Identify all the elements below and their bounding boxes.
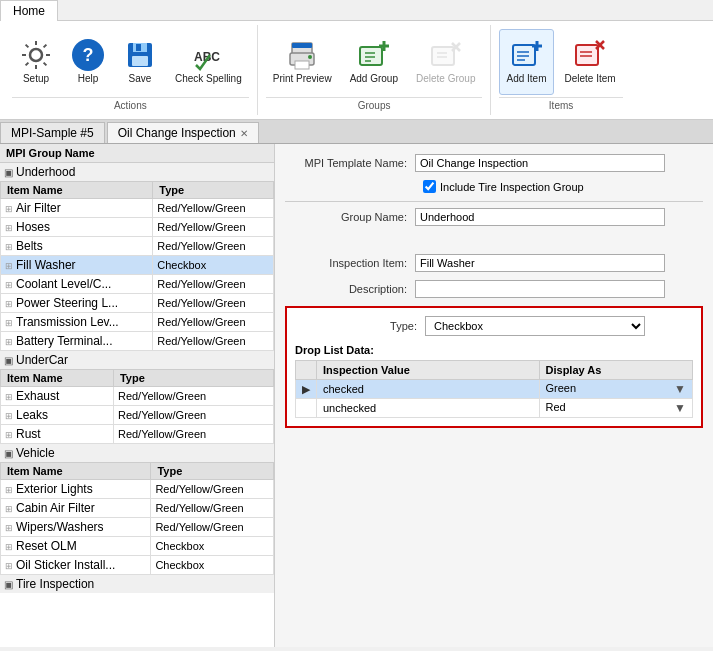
inspection-item-input[interactable] xyxy=(415,254,665,272)
table-row[interactable]: ⊞HosesRed/Yellow/Green xyxy=(1,218,274,237)
include-tire-checkbox[interactable] xyxy=(423,180,436,193)
main-content: MPI Group Name ▣ Underhood Item Name Typ… xyxy=(0,144,713,647)
help-button[interactable]: ? Help xyxy=(64,29,112,95)
template-name-input[interactable] xyxy=(415,154,665,172)
print-preview-button[interactable]: Print Preview xyxy=(266,29,339,95)
delete-group-icon xyxy=(430,39,462,71)
left-panel-header: MPI Group Name xyxy=(0,144,274,163)
svg-point-10 xyxy=(308,55,312,59)
add-group-icon xyxy=(358,39,390,71)
ribbon-group-actions-buttons: Setup ? Help Save ABC Check Spelling xyxy=(12,29,249,95)
table-row[interactable]: ⊞Reset OLMCheckbox xyxy=(1,537,274,556)
svg-rect-11 xyxy=(360,47,382,65)
table-row[interactable]: ⊞Power Steering L...Red/Yellow/Green xyxy=(1,294,274,313)
spell-icon: ABC xyxy=(192,39,224,71)
drop-list-value-unchecked[interactable]: unchecked xyxy=(317,399,540,418)
expand-tire-icon: ▣ xyxy=(4,579,13,590)
save-icon xyxy=(124,39,156,71)
spacer xyxy=(285,234,703,254)
help-label: Help xyxy=(78,73,99,85)
expand-underhood-icon: ▣ xyxy=(4,167,13,178)
table-row[interactable]: ⊞RustRed/Yellow/Green xyxy=(1,425,274,444)
setup-label: Setup xyxy=(23,73,49,85)
group-tire-header[interactable]: ▣ Tire Inspection xyxy=(0,575,274,593)
expand-undercar-icon: ▣ xyxy=(4,355,13,366)
template-name-row: MPI Template Name: xyxy=(285,154,703,172)
svg-rect-28 xyxy=(576,45,598,65)
help-icon: ? xyxy=(72,39,104,71)
table-row[interactable]: ⊞Wipers/WashersRed/Yellow/Green xyxy=(1,518,274,537)
document-tabs: MPI-Sample #5 Oil Change Inspection ✕ xyxy=(0,120,713,144)
underhood-col-type: Type xyxy=(153,182,274,199)
drop-list-label: Drop List Data: xyxy=(295,344,693,356)
svg-rect-4 xyxy=(136,44,141,51)
drop-list-section: Drop List Data: Inspection Value Display… xyxy=(295,344,693,418)
save-button[interactable]: Save xyxy=(116,29,164,95)
delete-group-button[interactable]: Delete Group xyxy=(409,29,482,95)
table-row[interactable]: ⊞Coolant Level/C...Red/Yellow/Green xyxy=(1,275,274,294)
table-row[interactable]: ⊞Exterior LightsRed/Yellow/Green xyxy=(1,480,274,499)
add-group-label: Add Group xyxy=(350,73,398,85)
undercar-col-name: Item Name xyxy=(1,370,114,387)
group-name-row: Group Name: xyxy=(285,208,703,226)
items-group-label: Items xyxy=(499,97,622,111)
undercar-table: Item Name Type ⊞ExhaustRed/Yellow/Green … xyxy=(0,369,274,444)
tab-mpi-sample[interactable]: MPI-Sample #5 xyxy=(0,122,105,143)
drop-list-display-checked[interactable]: Green ▼ xyxy=(539,380,692,399)
table-row[interactable]: ⊞BeltsRed/Yellow/Green xyxy=(1,237,274,256)
print-icon xyxy=(286,39,318,71)
type-select[interactable]: Checkbox Red/Yellow/Green Yes/No Text xyxy=(425,316,645,336)
tab-home[interactable]: Home xyxy=(0,0,58,21)
add-group-button[interactable]: Add Group xyxy=(343,29,405,95)
actions-group-label: Actions xyxy=(12,97,249,111)
setup-icon xyxy=(20,39,52,71)
ribbon-group-groups-buttons: Print Preview Add Group Delete Group xyxy=(266,29,483,95)
drop-list-value-checked[interactable]: checked xyxy=(317,380,540,399)
description-label: Description: xyxy=(285,283,415,295)
svg-rect-9 xyxy=(295,61,309,69)
delete-item-button[interactable]: Delete Item xyxy=(558,29,623,95)
vehicle-table: Item Name Type ⊞Exterior LightsRed/Yello… xyxy=(0,462,274,575)
include-tire-row: Include Tire Inspection Group xyxy=(423,180,703,193)
table-row[interactable]: ⊞Transmission Lev...Red/Yellow/Green xyxy=(1,313,274,332)
svg-rect-3 xyxy=(132,56,148,66)
tab-oil-change[interactable]: Oil Change Inspection ✕ xyxy=(107,122,259,143)
table-row[interactable]: ⊞Cabin Air FilterRed/Yellow/Green xyxy=(1,499,274,518)
check-spelling-label: Check Spelling xyxy=(175,73,242,85)
drop-list-display-unchecked[interactable]: Red ▼ xyxy=(539,399,692,418)
print-preview-label: Print Preview xyxy=(273,73,332,85)
template-name-label: MPI Template Name: xyxy=(285,157,415,169)
divider-1 xyxy=(285,201,703,202)
highlight-box: Type: Checkbox Red/Yellow/Green Yes/No T… xyxy=(285,306,703,428)
table-row[interactable]: ⊞Battery Terminal...Red/Yellow/Green xyxy=(1,332,274,351)
vehicle-col-type: Type xyxy=(151,463,274,480)
row-arrow-checked: ▶ xyxy=(296,380,317,399)
group-undercar-header[interactable]: ▣ UnderCar xyxy=(0,351,274,369)
group-tire-label: Tire Inspection xyxy=(16,577,94,591)
type-row: Type: Checkbox Red/Yellow/Green Yes/No T… xyxy=(295,316,693,336)
left-panel: MPI Group Name ▣ Underhood Item Name Typ… xyxy=(0,144,275,647)
group-name-input[interactable] xyxy=(415,208,665,226)
description-input[interactable] xyxy=(415,280,665,298)
add-item-button[interactable]: Add Item xyxy=(499,29,553,95)
svg-rect-7 xyxy=(292,43,312,48)
table-row[interactable]: ⊞LeaksRed/Yellow/Green xyxy=(1,406,274,425)
list-item[interactable]: unchecked Red ▼ xyxy=(296,399,693,418)
setup-button[interactable]: Setup xyxy=(12,29,60,95)
ribbon: Setup ? Help Save ABC Check Spelling xyxy=(0,21,713,120)
table-row[interactable]: ⊞Oil Sticker Install...Checkbox xyxy=(1,556,274,575)
check-spelling-button[interactable]: ABC Check Spelling xyxy=(168,29,249,95)
group-vehicle-header[interactable]: ▣ Vehicle xyxy=(0,444,274,462)
group-name-label: Group Name: xyxy=(285,211,415,223)
table-row[interactable]: ⊞ExhaustRed/Yellow/Green xyxy=(1,387,274,406)
include-tire-label: Include Tire Inspection Group xyxy=(440,181,584,193)
expand-vehicle-icon: ▣ xyxy=(4,448,13,459)
table-row[interactable]: ⊞Fill WasherCheckbox xyxy=(1,256,274,275)
group-underhood-header[interactable]: ▣ Underhood xyxy=(0,163,274,181)
tab-oil-change-close[interactable]: ✕ xyxy=(240,128,248,139)
ribbon-group-groups: Print Preview Add Group Delete Group Gro… xyxy=(258,25,492,115)
tab-mpi-sample-label: MPI-Sample #5 xyxy=(11,126,94,140)
delete-item-label: Delete Item xyxy=(565,73,616,85)
list-item[interactable]: ▶ checked Green ▼ xyxy=(296,380,693,399)
table-row[interactable]: ⊞Air FilterRed/Yellow/Green xyxy=(1,199,274,218)
